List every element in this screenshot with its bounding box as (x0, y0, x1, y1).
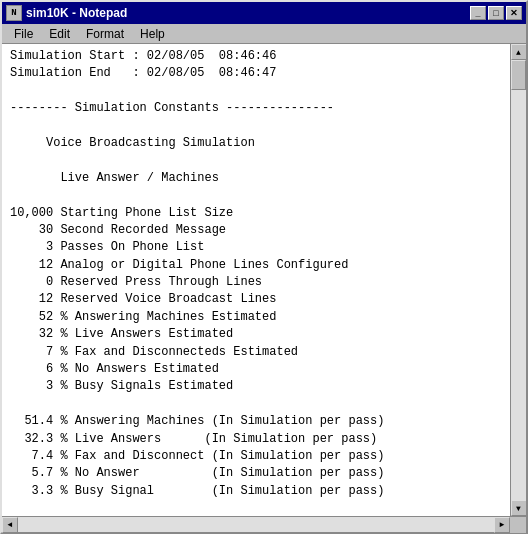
scroll-thumb-vertical[interactable] (511, 60, 526, 90)
scrollbar-corner (510, 517, 526, 533)
scroll-up-button[interactable]: ▲ (511, 44, 527, 60)
menu-bar: FileEditFormatHelp (2, 24, 526, 44)
maximize-button[interactable]: □ (488, 6, 504, 20)
text-content[interactable]: Simulation Start : 02/08/05 08:46:46 Sim… (2, 44, 510, 516)
minimize-button[interactable]: _ (470, 6, 486, 20)
bottom-bar: ◄ ► (2, 516, 526, 532)
app-icon: N (6, 5, 22, 21)
window-title: sim10K - Notepad (26, 6, 127, 20)
menu-item-edit[interactable]: Edit (41, 25, 78, 43)
title-bar: N sim10K - Notepad _ □ ✕ (2, 2, 526, 24)
main-window: N sim10K - Notepad _ □ ✕ FileEditFormatH… (0, 0, 528, 534)
scroll-track-horizontal[interactable] (18, 517, 494, 532)
scroll-left-button[interactable]: ◄ (2, 517, 18, 533)
vertical-scrollbar[interactable]: ▲ ▼ (510, 44, 526, 516)
scroll-right-button[interactable]: ► (494, 517, 510, 533)
scroll-down-button[interactable]: ▼ (511, 500, 527, 516)
horizontal-scrollbar[interactable]: ◄ ► (2, 517, 510, 532)
menu-item-help[interactable]: Help (132, 25, 173, 43)
scroll-track-vertical[interactable] (511, 60, 526, 500)
title-buttons: _ □ ✕ (470, 6, 522, 20)
close-button[interactable]: ✕ (506, 6, 522, 20)
menu-item-file[interactable]: File (6, 25, 41, 43)
title-bar-left: N sim10K - Notepad (6, 5, 127, 21)
menu-item-format[interactable]: Format (78, 25, 132, 43)
content-area: Simulation Start : 02/08/05 08:46:46 Sim… (2, 44, 526, 516)
